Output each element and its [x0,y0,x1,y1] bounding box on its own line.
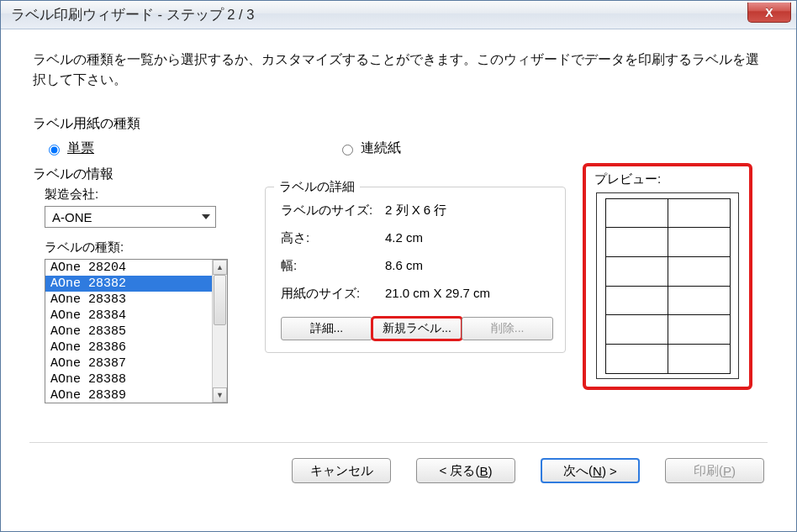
label-type-label: ラベルの種類: [45,240,243,255]
cancel-button[interactable]: キャンセル [292,458,391,483]
new-label-button[interactable]: 新規ラベル... [372,317,463,340]
detail-size-value: 2 列 X 6 行 [385,203,446,219]
radio-continuous-input[interactable] [342,145,353,155]
main-row: 製造会社: A-ONE ラベルの種類: AOne 28204AOne 28382… [33,187,764,413]
chevron-down-icon [202,214,210,219]
footer-bar: キャンセル < 戻る(B) 次へ(N) > 印刷(P) [1,443,796,483]
back-button[interactable]: < 戻る(B) [416,458,515,483]
preview-panel: プレビュー: [583,163,752,390]
label-type-listbox[interactable]: AOne 28204AOne 28382AOne 28383AOne 28384… [45,259,228,403]
preview-cell [668,344,731,374]
detail-paper-label: 用紙のサイズ: [281,286,385,302]
scroll-up-button[interactable]: ▲ [213,260,227,275]
scroll-down-button[interactable]: ▼ [213,387,227,403]
left-column: 製造会社: A-ONE ラベルの種類: AOne 28204AOne 28382… [33,187,243,403]
print-button: 印刷(P) [665,458,764,483]
next-button[interactable]: 次へ(N) > [541,458,640,483]
list-item[interactable]: AOne 28387 [45,356,212,371]
list-item[interactable]: AOne 28383 [45,292,212,308]
preview-cell [668,227,731,257]
label-details-group: ラベルの詳細 ラベルのサイズ: 2 列 X 6 行 高さ: 4.2 cm 幅: … [265,187,566,353]
detail-height-value: 4.2 cm [385,230,423,246]
paper-type-radio-group: 単票 連続紙 [45,140,764,157]
list-item[interactable]: AOne 28388 [45,371,212,387]
list-item[interactable]: AOne 28385 [45,324,212,340]
detail-size-label: ラベルのサイズ: [281,203,385,219]
preview-label: プレビュー: [594,171,744,187]
preview-cell [605,286,668,316]
preview-grid [605,198,730,373]
radio-continuous-label: 連続紙 [361,140,401,157]
close-icon: X [765,6,773,19]
paper-type-label: ラベル用紙の種類 [33,115,764,133]
title-bar: ラベル印刷ウィザード - ステップ 2 / 3 X [1,1,796,29]
delete-button: 削除... [462,317,553,340]
detail-width-value: 8.6 cm [385,258,423,274]
intro-text: ラベルの種類を一覧から選択するか、カスタマイズすることができます。このウィザード… [33,50,764,90]
list-item[interactable]: AOne 28384 [45,308,212,324]
list-item[interactable]: AOne 28386 [45,340,212,356]
detail-button[interactable]: 詳細... [281,317,372,340]
radio-cut-sheet-input[interactable] [49,145,60,155]
preview-cell [668,286,731,316]
preview-cell [605,314,668,345]
preview-cell [605,198,668,229]
preview-cell [605,227,668,257]
preview-page [596,192,739,379]
radio-cut-sheet-label: 単票 [67,140,94,157]
manufacturer-value: A-ONE [52,210,92,224]
window-title: ラベル印刷ウィザード - ステップ 2 / 3 [11,6,254,24]
detail-height-label: 高さ: [281,230,385,246]
listbox-scrollbar[interactable]: ▲ ▼ [212,260,227,403]
radio-continuous[interactable]: 連続紙 [338,140,401,157]
list-item[interactable]: AOne 28382 [45,276,212,292]
manufacturer-dropdown[interactable]: A-ONE [45,206,216,228]
preview-cell [605,344,668,374]
detail-width-label: 幅: [281,258,385,274]
details-legend: ラベルの詳細 [274,179,360,195]
content-area: ラベルの種類を一覧から選択するか、カスタマイズすることができます。このウィザード… [1,29,796,413]
close-button[interactable]: X [747,3,791,23]
preview-cell [605,256,668,287]
list-item[interactable]: AOne 28204 [45,260,212,276]
scroll-thumb[interactable] [214,275,226,325]
list-item[interactable]: AOne 28389 [45,387,212,403]
preview-cell [668,256,731,287]
detail-paper-value: 21.0 cm X 29.7 cm [385,286,490,302]
preview-cell [668,314,731,345]
manufacturer-label: 製造会社: [45,187,243,203]
radio-cut-sheet[interactable]: 単票 [45,140,94,157]
preview-cell [668,198,731,229]
scroll-track[interactable] [213,275,227,387]
